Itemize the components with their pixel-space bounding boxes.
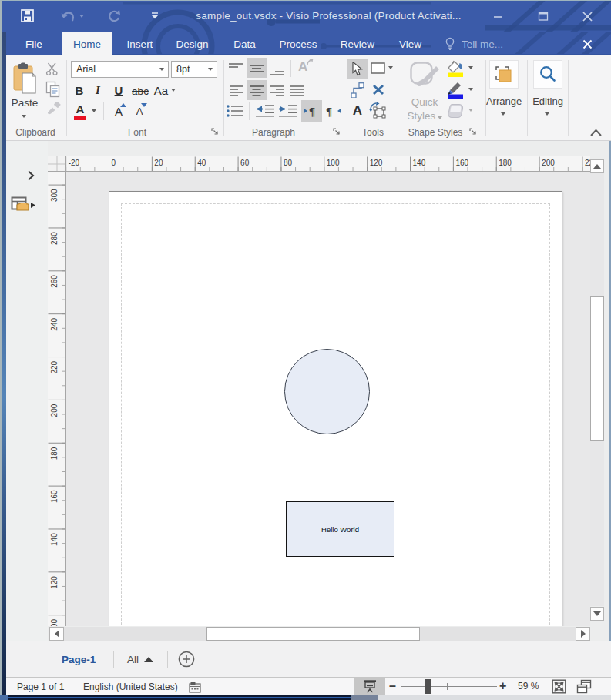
- align-center-button[interactable]: [247, 80, 267, 100]
- fill-dropdown-icon[interactable]: [468, 66, 473, 69]
- bullets-icon[interactable]: [227, 104, 243, 118]
- macro-icon[interactable]: [189, 682, 202, 693]
- tab-review[interactable]: Review: [337, 32, 378, 55]
- decrease-indent-icon[interactable]: [255, 104, 275, 118]
- zoom-in-button[interactable]: +: [499, 681, 506, 692]
- shrink-font-button[interactable]: A: [131, 102, 148, 120]
- zoom-slider-track[interactable]: [401, 686, 497, 687]
- font-size-dropdown-icon[interactable]: [208, 68, 213, 71]
- grow-font-caret: [120, 103, 126, 107]
- rotate-text-button[interactable]: A: [297, 59, 314, 77]
- align-bottom-icon[interactable]: [270, 62, 285, 76]
- close-document-icon[interactable]: [582, 39, 593, 50]
- strikethrough-button[interactable]: abc: [130, 83, 150, 99]
- editing-button[interactable]: Editing: [528, 59, 568, 121]
- font-color-dropdown-icon[interactable]: [92, 109, 96, 112]
- status-page-info[interactable]: Page 1 of 1: [17, 682, 64, 692]
- text-tool-button[interactable]: A: [351, 102, 364, 119]
- arrange-button[interactable]: Arrange: [484, 59, 524, 121]
- zoom-out-button[interactable]: –: [389, 681, 396, 692]
- justify-icon[interactable]: [290, 85, 305, 97]
- connection-point-icon[interactable]: [372, 84, 384, 95]
- tell-me-box[interactable]: Tell me...: [444, 32, 503, 55]
- status-language[interactable]: English (United States): [83, 682, 178, 692]
- presentation-mode-button[interactable]: [354, 678, 385, 695]
- rectangle-shape-text: Hello World: [321, 525, 359, 534]
- format-painter-icon[interactable]: [46, 102, 61, 115]
- tab-home[interactable]: Home: [62, 32, 112, 55]
- page-tab-page1[interactable]: Page-1: [54, 648, 103, 670]
- connector-tool-icon[interactable]: [351, 82, 365, 98]
- expand-shapes-icon[interactable]: [26, 170, 35, 181]
- align-top-icon[interactable]: [228, 62, 243, 76]
- line-button[interactable]: [446, 82, 466, 99]
- align-left-icon[interactable]: [229, 85, 244, 97]
- strikethrough-label: abc: [132, 85, 149, 97]
- underline-button[interactable]: U: [112, 82, 126, 98]
- rectangle-shape[interactable]: Hello World: [286, 501, 394, 557]
- vertical-scrollbar-thumb[interactable]: [590, 296, 604, 441]
- save-icon[interactable]: [21, 9, 34, 22]
- drawing-page[interactable]: Hello World: [109, 191, 562, 626]
- vertical-ruler[interactable]: 300280260240220200180160140120100: [48, 172, 66, 626]
- font-name-dropdown-icon[interactable]: [159, 68, 164, 71]
- scroll-right-button[interactable]: [576, 627, 590, 641]
- transform-tool-icon[interactable]: [369, 102, 387, 119]
- tab-process[interactable]: Process: [275, 32, 321, 55]
- page-tab-all[interactable]: All: [118, 648, 163, 670]
- close-button[interactable]: [580, 9, 595, 24]
- rectangle-tool-dropdown-icon[interactable]: [388, 66, 393, 69]
- font-dialog-launcher-icon[interactable]: [211, 128, 219, 136]
- scroll-left-button[interactable]: [49, 627, 64, 641]
- zoom-slider-thumb[interactable]: [425, 679, 431, 694]
- paste-button[interactable]: Paste: [8, 59, 42, 126]
- maximize-button[interactable]: [535, 9, 551, 24]
- horizontal-scrollbar-thumb[interactable]: [206, 627, 420, 641]
- cut-icon[interactable]: [45, 62, 59, 76]
- zoom-level[interactable]: 59 %: [518, 681, 539, 692]
- drawing-canvas[interactable]: Hello World: [66, 172, 590, 626]
- align-middle-button[interactable]: [247, 58, 267, 78]
- align-right-icon[interactable]: [270, 85, 285, 97]
- scroll-up-button[interactable]: [590, 159, 604, 173]
- stencil-icon[interactable]: [11, 196, 37, 215]
- collapse-ribbon-icon[interactable]: [589, 128, 603, 137]
- change-case-dropdown-icon[interactable]: [171, 89, 176, 92]
- svg-text:260: 260: [50, 275, 59, 288]
- bold-button[interactable]: B: [72, 82, 86, 98]
- increase-indent-icon[interactable]: [278, 104, 298, 118]
- font-color-button[interactable]: A: [72, 102, 88, 119]
- insert-page-icon[interactable]: [178, 651, 195, 668]
- ltr-direction-button[interactable]: ¶: [301, 100, 322, 122]
- copy-icon[interactable]: [45, 81, 61, 98]
- effects-button[interactable]: [446, 102, 466, 119]
- svg-text:180: 180: [50, 447, 59, 460]
- effects-dropdown-icon[interactable]: [468, 109, 473, 112]
- tab-file[interactable]: File: [7, 32, 61, 55]
- switch-windows-icon[interactable]: [576, 679, 592, 694]
- tab-view[interactable]: View: [392, 32, 428, 55]
- change-case-button[interactable]: Aa: [153, 82, 170, 98]
- fit-page-icon[interactable]: [552, 679, 566, 694]
- scroll-down-button[interactable]: [590, 607, 604, 621]
- line-dropdown-icon[interactable]: [468, 88, 473, 91]
- fill-button[interactable]: [446, 60, 466, 78]
- shape-styles-dialog-launcher-icon[interactable]: [469, 128, 477, 136]
- group-separator: [568, 60, 569, 136]
- tab-data[interactable]: Data: [227, 32, 262, 55]
- italic-button[interactable]: I: [92, 82, 104, 98]
- quick-styles-button[interactable]: Quick Styles: [405, 59, 444, 130]
- tab-design[interactable]: Design: [171, 32, 213, 55]
- ribbon: Paste Clipboard: [0, 55, 611, 141]
- horizontal-ruler[interactable]: -20020406080100120140160180200220: [66, 156, 590, 172]
- grow-font-button[interactable]: A: [110, 102, 127, 120]
- tab-insert[interactable]: Insert: [121, 32, 159, 55]
- minimize-button[interactable]: [491, 9, 505, 23]
- font-size-combobox[interactable]: 8pt: [171, 61, 217, 78]
- rectangle-tool-icon[interactable]: [371, 62, 385, 74]
- rtl-direction-icon[interactable]: ¶: [325, 105, 341, 117]
- lightbulb-icon: [444, 36, 456, 52]
- font-name-combobox[interactable]: Arial: [71, 61, 169, 78]
- circle-shape[interactable]: [284, 349, 370, 434]
- pointer-tool-button[interactable]: [347, 59, 368, 79]
